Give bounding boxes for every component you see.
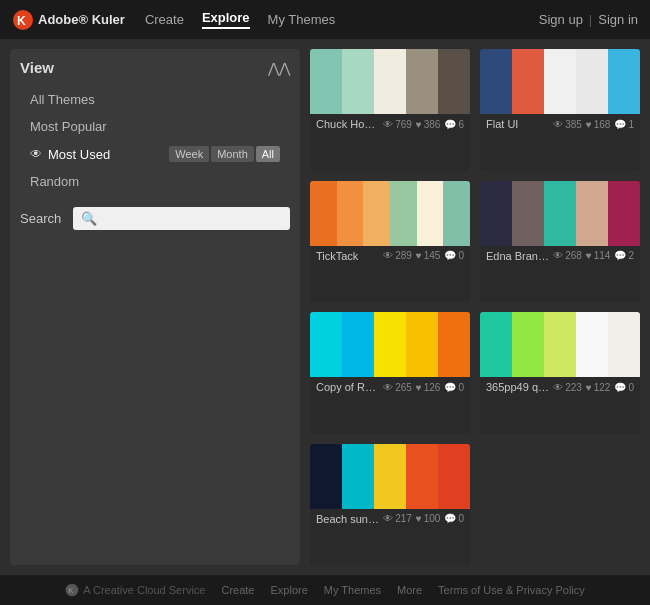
search-input[interactable] (102, 211, 282, 226)
swatch-5 (438, 444, 470, 509)
views-stat: 👁 217 (383, 513, 412, 524)
footer-terms-link[interactable]: Terms of Use & Privacy Policy (438, 584, 585, 596)
swatch-3 (363, 181, 390, 246)
likes-stat: ♥ 100 (416, 513, 441, 524)
swatch-1 (310, 181, 337, 246)
heart-icon: ♥ (416, 250, 422, 261)
swatch-4 (390, 181, 417, 246)
swatch-4 (576, 49, 608, 114)
swatch-1 (480, 49, 512, 114)
likes-count: 122 (594, 382, 611, 393)
views-icon: 👁 (383, 382, 393, 393)
views-count: 385 (565, 119, 582, 130)
views-icon: 👁 (553, 250, 563, 261)
swatch-5 (438, 312, 470, 377)
week-button[interactable]: Week (169, 146, 209, 162)
main-layout: View ⋀⋀ All Themes Most Popular 👁 Most U… (0, 39, 650, 575)
all-button[interactable]: All (256, 146, 280, 162)
theme-swatches (480, 181, 640, 246)
views-stat: 👁 223 (553, 382, 582, 393)
signup-link[interactable]: Sign up (539, 12, 583, 27)
theme-card-365pp49[interactable]: 365pp49 quantity over qual... 👁 223 ♥ 12… (480, 312, 640, 434)
likes-count: 386 (424, 119, 441, 130)
swatch-1 (310, 312, 342, 377)
comments-count: 0 (628, 382, 634, 393)
app-header: K Adobe® Kuler Create Explore My Themes … (0, 0, 650, 39)
sidebar-item-most-popular[interactable]: Most Popular (20, 113, 290, 140)
sidebar-item-random[interactable]: Random (20, 168, 290, 195)
swatch-2 (512, 312, 544, 377)
footer-more-link[interactable]: More (397, 584, 422, 596)
swatch-3 (544, 181, 576, 246)
views-stat: 👁 385 (553, 119, 582, 130)
swatch-4 (406, 49, 438, 114)
likes-stat: ♥ 168 (586, 119, 611, 130)
footer-explore-link[interactable]: Explore (270, 584, 307, 596)
swatch-5 (438, 49, 470, 114)
theme-card-edna-brand-colors[interactable]: Edna Brand Colors 1 👁 268 ♥ 114 💬 2 (480, 181, 640, 303)
swatch-5 (417, 181, 444, 246)
theme-swatches (310, 444, 470, 509)
search-input-wrapper[interactable]: 🔍 (73, 207, 290, 230)
theme-swatches (310, 181, 470, 246)
theme-name: Edna Brand Colors 1 (486, 250, 549, 262)
swatch-3 (374, 444, 406, 509)
nav-my-themes[interactable]: My Themes (268, 12, 336, 27)
main-nav: Create Explore My Themes (145, 10, 539, 29)
comments-stat: 💬 0 (444, 513, 464, 524)
views-count: 265 (395, 382, 412, 393)
swatch-2 (342, 312, 374, 377)
themes-grid: Chuck Howard Poster 👁 769 ♥ 386 💬 6 (310, 49, 640, 565)
theme-card-chuck-howard-poster[interactable]: Chuck Howard Poster 👁 769 ♥ 386 💬 6 (310, 49, 470, 171)
views-icon: 👁 (383, 119, 393, 130)
theme-card-beach-sunset[interactable]: Beach sunset 👁 217 ♥ 100 💬 0 (310, 444, 470, 566)
heart-icon: ♥ (416, 119, 422, 130)
theme-name: TickTack (316, 250, 379, 262)
swatch-1 (480, 181, 512, 246)
views-count: 289 (395, 250, 412, 261)
nav-explore[interactable]: Explore (202, 10, 250, 29)
likes-count: 168 (594, 119, 611, 130)
app-footer: K A Creative Cloud Service Create Explor… (0, 575, 650, 605)
footer-create-link[interactable]: Create (221, 584, 254, 596)
comment-icon: 💬 (444, 119, 456, 130)
comment-icon: 💬 (444, 250, 456, 261)
logo-area: K Adobe® Kuler (12, 9, 125, 31)
swatch-4 (576, 312, 608, 377)
all-themes-label: All Themes (30, 92, 95, 107)
swatch-4 (406, 444, 438, 509)
month-button[interactable]: Month (211, 146, 254, 162)
comments-count: 1 (628, 119, 634, 130)
views-icon: 👁 (383, 513, 393, 524)
footer-cloud-text: A Creative Cloud Service (83, 584, 205, 596)
comments-stat: 💬 0 (444, 250, 464, 261)
svg-text:K: K (68, 586, 73, 595)
theme-card-copy-rubber-ducky[interactable]: Copy of Rubber Ducky 👁 265 ♥ 126 💬 0 (310, 312, 470, 434)
comment-icon: 💬 (444, 382, 456, 393)
sidebar: View ⋀⋀ All Themes Most Popular 👁 Most U… (10, 49, 300, 565)
swatch-2 (512, 181, 544, 246)
views-count: 769 (395, 119, 412, 130)
time-filters: Week Month All (169, 146, 280, 162)
sidebar-item-all-themes[interactable]: All Themes (20, 86, 290, 113)
search-row: Search 🔍 (20, 207, 290, 230)
signin-link[interactable]: Sign in (598, 12, 638, 27)
comments-count: 0 (458, 382, 464, 393)
theme-info: Flat UI 👁 385 ♥ 168 💬 1 (480, 114, 640, 134)
likes-stat: ♥ 114 (586, 250, 611, 261)
views-stat: 👁 769 (383, 119, 412, 130)
theme-name: Chuck Howard Poster (316, 118, 379, 130)
comment-icon: 💬 (444, 513, 456, 524)
sidebar-item-most-used[interactable]: 👁 Most Used Week Month All (20, 140, 290, 168)
sidebar-header: View ⋀⋀ (20, 59, 290, 76)
comments-count: 2 (628, 250, 634, 261)
theme-card-flat-ui[interactable]: Flat UI 👁 385 ♥ 168 💬 1 (480, 49, 640, 171)
nav-create[interactable]: Create (145, 12, 184, 27)
theme-info: Copy of Rubber Ducky 👁 265 ♥ 126 💬 0 (310, 377, 470, 397)
collapse-button[interactable]: ⋀⋀ (268, 60, 290, 76)
swatch-2 (342, 49, 374, 114)
footer-my-themes-link[interactable]: My Themes (324, 584, 381, 596)
likes-stat: ♥ 122 (586, 382, 611, 393)
eye-icon: 👁 (30, 147, 42, 161)
theme-card-ticktack[interactable]: TickTack 👁 289 ♥ 145 💬 0 (310, 181, 470, 303)
